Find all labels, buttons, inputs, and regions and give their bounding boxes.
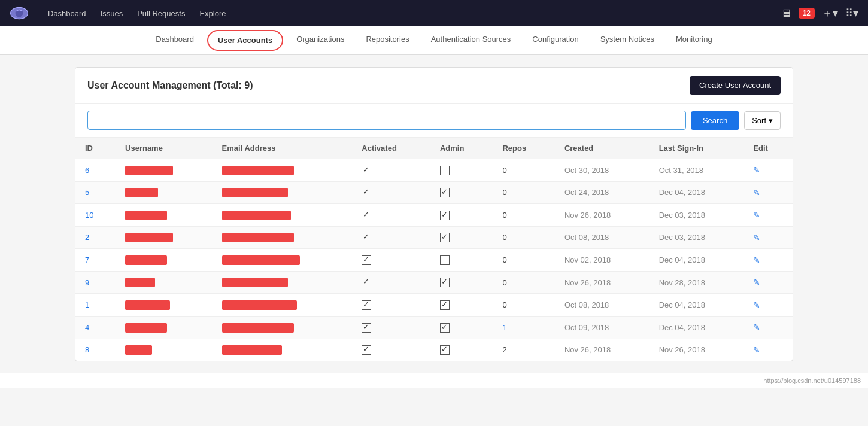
subnav-repositories[interactable]: Repositories — [355, 26, 420, 54]
monitor-icon[interactable]: 🖥 — [781, 7, 791, 20]
search-bar: Search Sort ▾ — [75, 104, 793, 138]
cell-admin — [430, 204, 493, 227]
content-header: User Account Management (Total: 9) Creat… — [75, 68, 793, 104]
subnav-user-accounts[interactable]: User Accounts — [207, 30, 283, 51]
user-id-link[interactable]: 7 — [85, 255, 89, 264]
sub-navigation: Dashboard User Accounts Organizations Re… — [0, 26, 868, 55]
cell-created: Nov 26, 2018 — [555, 339, 650, 361]
username-redacted — [125, 323, 167, 333]
cell-last-signin: Dec 03, 2018 — [650, 204, 744, 227]
subnav-dashboard[interactable]: Dashboard — [145, 26, 205, 54]
cell-id: 7 — [75, 249, 116, 272]
nav-issues[interactable]: Issues — [101, 9, 123, 18]
repos-link[interactable]: 1 — [502, 323, 506, 332]
grid-icon[interactable]: ⠿▾ — [845, 7, 858, 20]
cell-id: 5 — [75, 181, 116, 204]
cell-username — [116, 316, 213, 339]
cell-repos: 0 — [493, 181, 554, 204]
user-id-link[interactable]: 9 — [85, 278, 89, 287]
cell-username — [116, 204, 213, 227]
admin-checked-icon — [440, 278, 450, 287]
edit-icon[interactable]: ✎ — [753, 233, 760, 242]
username-redacted — [125, 345, 152, 355]
subnav-organizations[interactable]: Organizations — [286, 26, 355, 54]
edit-icon[interactable]: ✎ — [753, 165, 760, 175]
cell-repos: 0 — [493, 294, 554, 317]
col-created: Created — [555, 138, 650, 159]
subnav-system-notices[interactable]: System Notices — [590, 26, 665, 54]
search-input[interactable] — [87, 111, 686, 130]
cell-email — [213, 271, 353, 294]
cell-activated — [352, 159, 430, 182]
edit-icon[interactable]: ✎ — [753, 210, 760, 220]
cell-id: 2 — [75, 226, 116, 249]
cell-email — [213, 249, 353, 272]
cell-username — [116, 339, 213, 361]
cell-activated — [352, 181, 430, 204]
top-nav-right: 🖥 12 ＋▾ ⠿▾ — [781, 6, 858, 20]
subnav-configuration[interactable]: Configuration — [521, 26, 589, 54]
user-id-link[interactable]: 1 — [85, 300, 89, 309]
user-id-link[interactable]: 2 — [85, 233, 89, 242]
create-user-account-button[interactable]: Create User Account — [690, 76, 781, 95]
footer-url: https://blog.csdn.net/u014597188 — [0, 373, 868, 388]
cell-username — [116, 271, 213, 294]
page-title: User Account Management (Total: 9) — [87, 80, 253, 91]
table-row: 50Oct 24, 2018Dec 04, 2018✎ — [75, 181, 793, 204]
cell-id: 8 — [75, 339, 116, 361]
edit-icon[interactable]: ✎ — [753, 322, 760, 332]
cell-created: Nov 26, 2018 — [555, 271, 650, 294]
plus-icon[interactable]: ＋▾ — [822, 6, 838, 20]
table-row: 41Oct 09, 2018Dec 04, 2018✎ — [75, 316, 793, 339]
user-id-link[interactable]: 8 — [85, 345, 89, 354]
cell-edit: ✎ — [743, 204, 793, 227]
cell-repos: 1 — [493, 316, 554, 339]
cell-edit: ✎ — [743, 271, 793, 294]
edit-icon[interactable]: ✎ — [753, 345, 760, 355]
user-id-link[interactable]: 10 — [85, 211, 93, 220]
cell-activated — [352, 339, 430, 361]
user-id-link[interactable]: 6 — [85, 166, 89, 175]
sort-button[interactable]: Sort ▾ — [744, 111, 781, 130]
edit-icon[interactable]: ✎ — [753, 278, 760, 287]
notification-badge[interactable]: 12 — [799, 8, 815, 19]
table-row: 60Oct 30, 2018Oct 31, 2018✎ — [75, 159, 793, 182]
logo[interactable] — [10, 4, 29, 23]
username-redacted — [125, 278, 155, 287]
email-redacted — [222, 278, 288, 287]
user-id-link[interactable]: 4 — [85, 323, 89, 332]
edit-icon[interactable]: ✎ — [753, 300, 760, 310]
email-redacted — [222, 345, 282, 355]
user-id-link[interactable]: 5 — [85, 188, 89, 197]
cell-created: Oct 30, 2018 — [555, 159, 650, 182]
cell-last-signin: Dec 04, 2018 — [650, 316, 744, 339]
cell-admin — [430, 294, 493, 317]
edit-icon[interactable]: ✎ — [753, 255, 760, 265]
cell-last-signin: Nov 28, 2018 — [650, 271, 744, 294]
col-id: ID — [75, 138, 116, 159]
cell-created: Oct 24, 2018 — [555, 181, 650, 204]
cell-email — [213, 339, 353, 361]
subnav-authentication-sources[interactable]: Authentication Sources — [420, 26, 522, 54]
cell-edit: ✎ — [743, 294, 793, 317]
cell-edit: ✎ — [743, 339, 793, 361]
user-table: ID Username Email Address Activated Admi… — [75, 138, 793, 361]
admin-unchecked-icon — [440, 166, 450, 175]
cell-last-signin: Nov 26, 2018 — [650, 339, 744, 361]
cell-admin — [430, 181, 493, 204]
nav-pull-requests[interactable]: Pull Requests — [137, 9, 185, 18]
cell-repos: 0 — [493, 271, 554, 294]
activated-checked-icon — [362, 345, 371, 355]
search-button[interactable]: Search — [691, 111, 739, 130]
admin-checked-icon — [440, 188, 450, 197]
cell-username — [116, 249, 213, 272]
subnav-monitoring[interactable]: Monitoring — [665, 26, 723, 54]
cell-email — [213, 316, 353, 339]
admin-checked-icon — [440, 345, 450, 355]
cell-admin — [430, 271, 493, 294]
cell-username — [116, 159, 213, 182]
edit-icon[interactable]: ✎ — [753, 188, 760, 197]
nav-dashboard[interactable]: Dashboard — [48, 9, 86, 18]
email-redacted — [222, 233, 294, 242]
nav-explore[interactable]: Explore — [199, 9, 226, 18]
